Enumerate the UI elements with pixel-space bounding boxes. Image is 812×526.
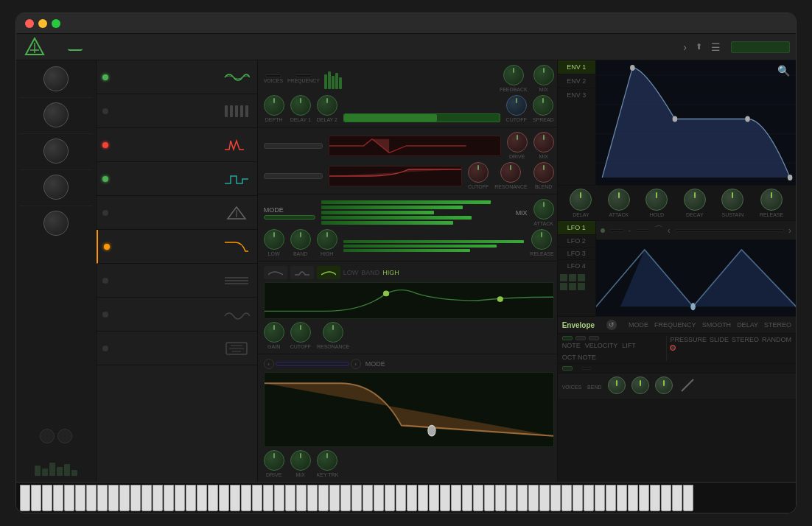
menu-icon[interactable]: ☰ (708, 41, 724, 53)
tab-advanced[interactable] (103, 44, 118, 50)
minimize-button[interactable] (38, 19, 47, 28)
arrow-right-icon[interactable]: › (680, 41, 690, 53)
low-knob[interactable] (264, 229, 284, 250)
eq-band-tab[interactable] (290, 266, 314, 279)
effect-phaser[interactable] (97, 298, 256, 332)
key-white[interactable] (263, 485, 273, 511)
key-white[interactable] (42, 485, 52, 511)
lfo-shape-icon-1[interactable] (560, 274, 567, 281)
voices-display[interactable] (265, 74, 281, 77)
cutoff-dist-knob[interactable] (468, 162, 489, 183)
key-white[interactable] (528, 485, 539, 511)
key-white[interactable] (606, 485, 616, 511)
lfo2-tab[interactable]: LFO 2 (558, 235, 595, 248)
eq-resonance-knob[interactable] (323, 322, 343, 343)
key-white[interactable] (407, 485, 417, 511)
feedback-knob[interactable] (503, 65, 524, 85)
key-white[interactable] (396, 485, 406, 511)
key-white[interactable] (661, 485, 671, 511)
chorus-led[interactable] (102, 74, 108, 80)
pitch-whl-knob[interactable] (43, 211, 69, 236)
filter-led[interactable] (104, 244, 110, 250)
fm-knob[interactable] (43, 138, 69, 164)
key-white[interactable] (351, 485, 362, 511)
tab-effects[interactable] (68, 43, 83, 51)
key-white[interactable] (186, 485, 196, 511)
key-white[interactable] (517, 485, 528, 511)
key-white[interactable] (595, 485, 605, 511)
key-white[interactable] (20, 485, 30, 511)
band-knob[interactable] (290, 229, 311, 250)
lfo-prev-icon[interactable]: ‹ (668, 225, 671, 236)
effect-compressor[interactable] (97, 162, 256, 196)
pitch-knob[interactable] (43, 66, 69, 91)
tab-matrix[interactable] (85, 44, 100, 50)
lfo-shape[interactable] (675, 229, 784, 232)
key-white[interactable] (573, 485, 583, 511)
cutoff-knob[interactable] (506, 95, 527, 116)
key-white[interactable] (329, 485, 340, 511)
env3-tab[interactable]: ENV 3 (558, 88, 595, 102)
key-white[interactable] (197, 485, 207, 511)
lfo-shape-icon-2[interactable] (569, 274, 576, 281)
sustain-env-knob[interactable] (721, 189, 743, 211)
high-knob[interactable] (317, 229, 337, 250)
effect-chorus[interactable] (97, 60, 256, 94)
lfo4-tab[interactable]: LFO 4 (558, 260, 595, 272)
drive-filter-knob[interactable] (264, 450, 284, 471)
delay-env-knob[interactable] (570, 189, 592, 211)
filter-prev[interactable]: ‹ (264, 359, 274, 369)
key-white[interactable] (672, 485, 682, 511)
type-display[interactable] (264, 143, 323, 149)
release-knob[interactable] (531, 229, 552, 250)
key-white[interactable] (385, 485, 395, 511)
key-white[interactable] (75, 485, 85, 511)
key-white[interactable] (429, 485, 439, 511)
key-white[interactable] (340, 485, 351, 511)
delay2-knob[interactable] (317, 95, 337, 116)
blend-knob[interactable] (533, 162, 554, 183)
pitch-hit-knob[interactable] (43, 102, 69, 127)
key-white[interactable] (440, 485, 450, 511)
key-white[interactable] (374, 485, 384, 511)
delay-led[interactable] (102, 108, 108, 114)
hold-env-knob[interactable] (645, 189, 668, 211)
attack-knob[interactable] (533, 199, 554, 220)
eq-high-tab[interactable] (317, 266, 340, 279)
depth-knob[interactable] (264, 95, 284, 116)
mix-knob[interactable] (533, 65, 554, 85)
key-white[interactable] (97, 485, 108, 511)
key-white[interactable] (130, 485, 141, 511)
key-white[interactable] (451, 485, 461, 511)
key-white[interactable] (153, 485, 163, 511)
key-white[interactable] (86, 485, 97, 511)
key-white[interactable] (318, 485, 329, 511)
flanger-led[interactable] (102, 278, 108, 284)
lfo-shape-icon-3[interactable] (578, 274, 585, 281)
lfo-den[interactable] (635, 229, 650, 232)
key-white[interactable] (639, 485, 649, 511)
more-mids-knob[interactable] (43, 175, 69, 200)
lfo-shape-icon-5[interactable] (569, 283, 576, 290)
key-white[interactable] (550, 485, 561, 511)
key-white[interactable] (418, 485, 428, 511)
key-white[interactable] (296, 485, 307, 511)
eq-low-tab[interactable] (264, 266, 287, 279)
delay1-knob[interactable] (290, 95, 311, 116)
effect-eq[interactable] (97, 196, 256, 230)
mode-display[interactable] (264, 215, 315, 220)
decay-env-knob[interactable] (684, 189, 706, 211)
compressor-led[interactable] (102, 176, 108, 182)
key-white[interactable] (462, 485, 472, 511)
keytrk-knob[interactable] (317, 450, 337, 471)
effect-delay[interactable] (97, 94, 256, 128)
stereo-button[interactable] (589, 336, 599, 340)
key-white[interactable] (584, 485, 594, 511)
key-white[interactable] (617, 485, 627, 511)
key-white[interactable] (363, 485, 373, 511)
sync-button[interactable] (575, 336, 586, 340)
mix-dist-knob[interactable] (533, 132, 554, 152)
key-white[interactable] (506, 485, 517, 511)
nav-arrow[interactable] (121, 44, 130, 50)
key-white[interactable] (628, 485, 638, 511)
